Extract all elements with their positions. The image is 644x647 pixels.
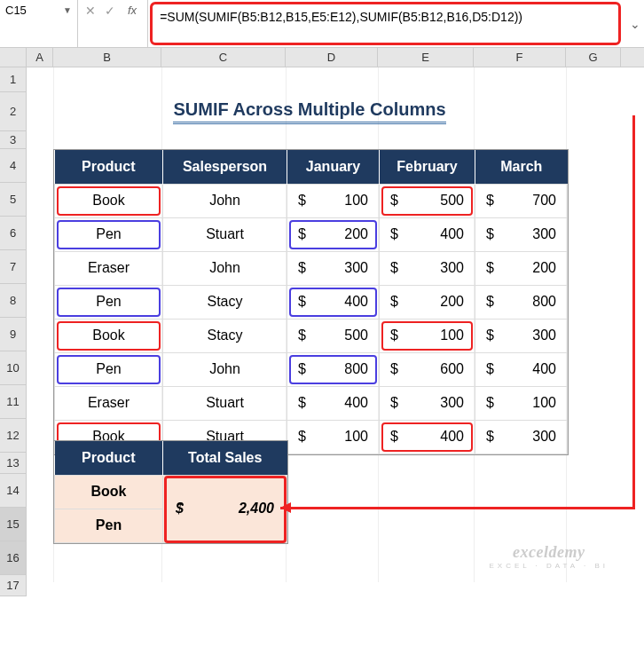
table-cell-sp[interactable]: John	[163, 352, 287, 386]
watermark-line2: EXCEL · DATA · BI	[489, 562, 609, 570]
formula-tools: ✕ ✓ fx	[78, 0, 148, 47]
row-header-9[interactable]: 9	[0, 318, 27, 351]
th-february: February	[380, 150, 475, 184]
sheet-title-wrap: SUMIF Across Multiple Columns	[53, 92, 566, 131]
spreadsheet-grid: 1 2 3 4 5 6 7 8 9 10 11 12 13 14 15 16 1…	[0, 67, 644, 596]
table-cell[interactable]: $300	[380, 386, 475, 420]
annotation-arrow-horizontal	[280, 507, 635, 509]
col-header-d[interactable]: D	[286, 48, 378, 67]
chevron-down-icon[interactable]: ▼	[63, 4, 72, 15]
table-cell[interactable]: $300	[475, 217, 568, 251]
row-header-16[interactable]: 16	[0, 541, 27, 575]
cancel-icon[interactable]: ✕	[85, 4, 96, 18]
row-header-12[interactable]: 12	[0, 419, 27, 453]
col-header-b[interactable]: B	[53, 48, 161, 67]
table-cell[interactable]: $500	[287, 319, 380, 352]
table-cell[interactable]: $200	[475, 251, 568, 285]
sum-product-2[interactable]: Pen	[55, 509, 163, 542]
sheet-title: SUMIF Across Multiple Columns	[173, 99, 445, 124]
table-cell[interactable]: $400	[287, 386, 380, 420]
col-header-a[interactable]: A	[27, 48, 53, 67]
table-cell-sp[interactable]: John	[163, 251, 287, 285]
row-header-11[interactable]: 11	[0, 385, 27, 419]
row-header-8[interactable]: 8	[0, 284, 27, 318]
row-headers: 1 2 3 4 5 6 7 8 9 10 11 12 13 14 15 16 1…	[0, 67, 27, 596]
row-header-5[interactable]: 5	[0, 183, 27, 217]
main-table: Product Salesperson January February Mar…	[53, 149, 569, 455]
col-header-g[interactable]: G	[566, 48, 621, 67]
th-march: March	[475, 150, 568, 184]
table-cell-product[interactable]: Eraser	[55, 251, 163, 285]
th-sum-total: Total Sales	[163, 441, 287, 475]
sum-total-value: 2,400	[239, 501, 274, 517]
arrow-head-icon	[280, 502, 291, 513]
table-cell[interactable]: $100	[475, 386, 568, 420]
table-cell[interactable]: $800	[475, 285, 568, 319]
table-cell-sp[interactable]: Stacy	[163, 285, 287, 319]
watermark: exceldemy EXCEL · DATA · BI	[489, 543, 609, 570]
row-header-6[interactable]: 6	[0, 217, 27, 250]
summary-table: Product Total Sales Book $ 2,400 Pen	[53, 440, 288, 544]
sum-product-1[interactable]: Book	[55, 475, 163, 509]
table-cell[interactable]: $400	[287, 285, 380, 319]
row-header-1[interactable]: 1	[0, 67, 27, 92]
fx-icon[interactable]: fx	[124, 4, 140, 17]
table-cell[interactable]: $200	[380, 285, 475, 319]
sum-total-cell[interactable]: $ 2,400	[163, 475, 287, 542]
accept-icon[interactable]: ✓	[105, 4, 115, 18]
row-header-7[interactable]: 7	[0, 250, 27, 284]
column-headers: A B C D E F G	[0, 48, 644, 67]
row-header-2[interactable]: 2	[0, 92, 27, 131]
table-cell[interactable]: $200	[287, 217, 380, 251]
row-header-17[interactable]: 17	[0, 575, 27, 596]
cells-area[interactable]: SUMIF Across Multiple Columns Product Sa…	[27, 67, 644, 582]
table-cell-product[interactable]: Pen	[55, 285, 163, 319]
col-header-e[interactable]: E	[378, 48, 474, 67]
col-header-c[interactable]: C	[161, 48, 286, 67]
table-cell[interactable]: $400	[475, 352, 568, 386]
table-cell[interactable]: $400	[380, 217, 475, 251]
row-header-13[interactable]: 13	[0, 453, 27, 474]
row-header-4[interactable]: 4	[0, 149, 27, 183]
table-cell-sp[interactable]: Stuart	[163, 386, 287, 420]
table-cell-product[interactable]: Pen	[55, 217, 163, 251]
table-cell-product[interactable]: Book	[55, 184, 163, 217]
row-header-10[interactable]: 10	[0, 351, 27, 385]
table-cell[interactable]: $600	[380, 352, 475, 386]
formula-expand-icon[interactable]: ⌄	[626, 0, 644, 47]
th-product: Product	[55, 150, 163, 184]
table-cell[interactable]: $400	[380, 420, 475, 454]
table-cell-product[interactable]: Eraser	[55, 386, 163, 420]
select-all-corner[interactable]	[0, 48, 27, 67]
name-box[interactable]: C15 ▼	[0, 0, 78, 47]
currency-symbol: $	[176, 501, 184, 517]
table-cell-sp[interactable]: Stacy	[163, 319, 287, 352]
row-header-15[interactable]: 15	[0, 508, 27, 541]
table-cell[interactable]: $500	[380, 184, 475, 217]
th-salesperson: Salesperson	[163, 150, 287, 184]
table-cell[interactable]: $100	[287, 184, 380, 217]
table-cell[interactable]: $100	[287, 420, 380, 454]
table-cell-product[interactable]: Pen	[55, 352, 163, 386]
table-cell-sp[interactable]: Stuart	[163, 217, 287, 251]
col-header-f[interactable]: F	[474, 48, 566, 67]
table-cell[interactable]: $300	[475, 319, 568, 352]
table-cell[interactable]: $700	[475, 184, 568, 217]
watermark-line1: exceldemy	[489, 543, 609, 562]
annotation-arrow-vertical	[632, 115, 635, 509]
th-january: January	[287, 150, 380, 184]
name-box-value: C15	[5, 4, 56, 17]
table-cell[interactable]: $300	[380, 251, 475, 285]
formula-input[interactable]: =SUM(SUMIF(B5:B12,B15,E5:E12),SUMIF(B5:B…	[150, 2, 621, 45]
table-cell[interactable]: $300	[287, 251, 380, 285]
table-cell[interactable]: $800	[287, 352, 380, 386]
table-cell[interactable]: $100	[380, 319, 475, 352]
table-cell-product[interactable]: Book	[55, 319, 163, 352]
row-header-14[interactable]: 14	[0, 474, 27, 508]
table-cell-sp[interactable]: John	[163, 184, 287, 217]
th-sum-product: Product	[55, 441, 163, 475]
row-header-3[interactable]: 3	[0, 131, 27, 149]
table-cell[interactable]: $300	[475, 420, 568, 454]
formula-bar: C15 ▼ ✕ ✓ fx =SUM(SUMIF(B5:B12,B15,E5:E1…	[0, 0, 644, 48]
